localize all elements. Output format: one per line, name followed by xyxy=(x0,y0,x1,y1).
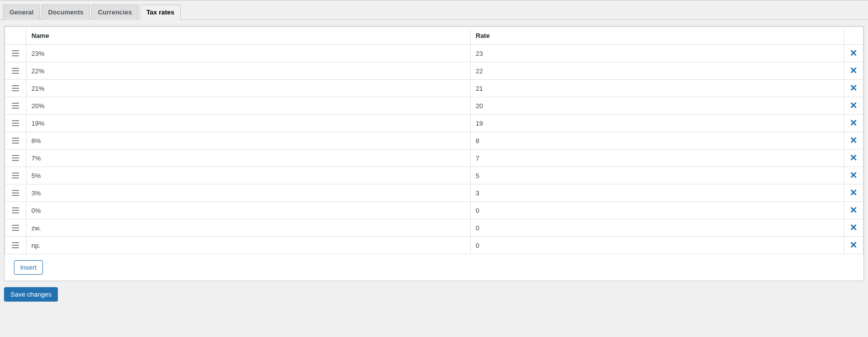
drag-handle-icon[interactable] xyxy=(5,150,26,167)
drag-handle-icon[interactable] xyxy=(5,62,26,79)
close-icon xyxy=(851,189,857,197)
rate-cell[interactable]: 7 xyxy=(471,150,844,167)
rate-cell[interactable]: 19 xyxy=(471,115,844,132)
drag-handle-icon[interactable] xyxy=(5,115,26,132)
table-row: 23%23 xyxy=(5,45,864,62)
drag-handle-icon[interactable] xyxy=(5,237,26,254)
rate-cell[interactable]: 5 xyxy=(471,167,844,184)
col-header-rate: Rate xyxy=(471,27,844,45)
close-icon xyxy=(851,102,857,110)
rate-cell[interactable]: 0 xyxy=(471,202,844,219)
name-cell[interactable]: 0% xyxy=(26,202,471,219)
delete-row-button[interactable] xyxy=(844,167,863,184)
close-icon xyxy=(851,207,857,214)
table-row: 0%0 xyxy=(5,202,864,219)
delete-row-button[interactable] xyxy=(844,62,863,79)
col-header-handle xyxy=(5,27,26,45)
table-row: 8%8 xyxy=(5,132,864,150)
close-icon xyxy=(851,85,857,92)
close-icon xyxy=(851,50,857,57)
name-cell[interactable]: 22% xyxy=(26,62,471,80)
tab-currencies[interactable]: Currencies xyxy=(91,4,138,20)
name-cell[interactable]: 8% xyxy=(26,132,471,150)
delete-row-button[interactable] xyxy=(844,237,863,254)
drag-handle-icon[interactable] xyxy=(5,97,26,114)
close-icon xyxy=(851,155,857,162)
name-cell[interactable]: zw. xyxy=(26,219,471,237)
name-cell[interactable]: 5% xyxy=(26,167,471,184)
close-icon xyxy=(851,242,857,249)
name-cell[interactable]: 20% xyxy=(26,97,471,115)
drag-handle-icon[interactable] xyxy=(5,132,26,149)
table-row: 7%7 xyxy=(5,150,864,167)
table-row: 3%3 xyxy=(5,184,864,202)
tab-general[interactable]: General xyxy=(3,4,40,20)
delete-row-button[interactable] xyxy=(844,115,863,132)
close-icon xyxy=(851,224,857,232)
name-cell[interactable]: 7% xyxy=(26,150,471,167)
delete-row-button[interactable] xyxy=(844,150,863,167)
drag-handle-icon[interactable] xyxy=(5,184,26,201)
close-icon xyxy=(851,172,857,179)
drag-handle-icon[interactable] xyxy=(5,219,26,236)
insert-button[interactable]: Insert xyxy=(14,260,43,275)
name-cell[interactable]: 3% xyxy=(26,184,471,202)
drag-handle-icon[interactable] xyxy=(5,80,26,97)
rate-cell[interactable]: 0 xyxy=(471,237,844,254)
rate-cell[interactable]: 8 xyxy=(471,132,844,150)
tab-documents[interactable]: Documents xyxy=(41,4,90,20)
tax-rates-table: Name Rate 23%2322%2221%2120%2019%198%87%… xyxy=(4,26,864,281)
delete-row-button[interactable] xyxy=(844,97,863,114)
table-row: 20%20 xyxy=(5,97,864,115)
rate-cell[interactable]: 0 xyxy=(471,219,844,237)
tax-rates-panel: Name Rate 23%2322%2221%2120%2019%198%87%… xyxy=(4,26,864,281)
rate-cell[interactable]: 22 xyxy=(471,62,844,80)
table-row: np.0 xyxy=(5,237,864,254)
close-icon xyxy=(851,120,857,127)
save-button[interactable]: Save changes xyxy=(4,287,58,302)
drag-handle-icon[interactable] xyxy=(5,202,26,219)
name-cell[interactable]: 23% xyxy=(26,45,471,62)
table-row: 5%5 xyxy=(5,167,864,184)
close-icon xyxy=(851,137,857,145)
close-icon xyxy=(851,67,857,75)
tabs-bar: GeneralDocumentsCurrenciesTax rates xyxy=(0,0,868,20)
delete-row-button[interactable] xyxy=(844,184,863,201)
delete-row-button[interactable] xyxy=(844,132,863,149)
table-row: zw.0 xyxy=(5,219,864,237)
rate-cell[interactable]: 23 xyxy=(471,45,844,62)
table-row: 22%22 xyxy=(5,62,864,80)
delete-row-button[interactable] xyxy=(844,80,863,97)
rate-cell[interactable]: 3 xyxy=(471,184,844,202)
table-row: 21%21 xyxy=(5,80,864,97)
table-row: 19%19 xyxy=(5,115,864,132)
rate-cell[interactable]: 20 xyxy=(471,97,844,115)
tab-tax-rates[interactable]: Tax rates xyxy=(140,4,181,20)
drag-handle-icon[interactable] xyxy=(5,167,26,184)
drag-handle-icon[interactable] xyxy=(5,45,26,62)
col-header-delete xyxy=(844,27,864,45)
name-cell[interactable]: 19% xyxy=(26,115,471,132)
name-cell[interactable]: np. xyxy=(26,237,471,254)
delete-row-button[interactable] xyxy=(844,45,863,62)
delete-row-button[interactable] xyxy=(844,219,863,236)
delete-row-button[interactable] xyxy=(844,202,863,219)
rate-cell[interactable]: 21 xyxy=(471,80,844,97)
col-header-name: Name xyxy=(26,27,471,45)
name-cell[interactable]: 21% xyxy=(26,80,471,97)
